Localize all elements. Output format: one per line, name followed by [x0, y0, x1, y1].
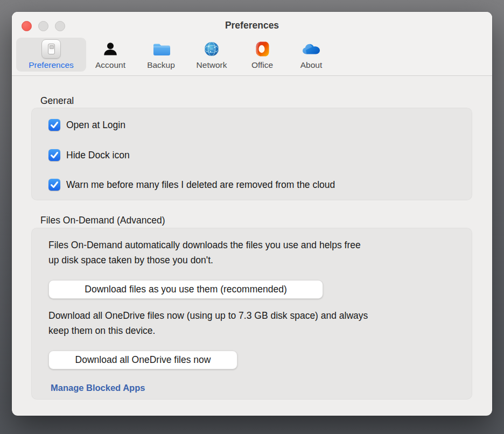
- tab-network[interactable]: Network: [185, 38, 239, 72]
- tab-account-label: Account: [95, 60, 125, 70]
- download-as-used-button[interactable]: Download files as you use them (recommen…: [48, 280, 323, 299]
- office-icon: [255, 38, 270, 60]
- open-at-login-checkbox[interactable]: [48, 119, 60, 131]
- tab-preferences-label: Preferences: [29, 60, 74, 70]
- tab-preferences[interactable]: Preferences: [16, 38, 86, 72]
- general-heading: General: [40, 95, 74, 107]
- tab-office[interactable]: Office: [241, 38, 284, 72]
- description-line-2: up disk space taken by those you don't.: [48, 253, 361, 268]
- files-on-demand-groupbox: Files On-Demand automatically downloads …: [31, 228, 472, 400]
- warn-delete-checkbox[interactable]: [48, 179, 60, 191]
- files-on-demand-heading: Files On-Demand (Advanced): [40, 215, 165, 226]
- onedrive-cloud-icon: [302, 38, 321, 60]
- titlebar-toolbar: Preferences Preferences Account: [12, 12, 492, 76]
- open-at-login-label: Open at Login: [66, 120, 125, 131]
- person-icon: [102, 38, 118, 60]
- hide-dock-icon-label: Hide Dock icon: [66, 150, 130, 161]
- hide-dock-icon-row[interactable]: Hide Dock icon: [48, 149, 130, 161]
- open-at-login-row[interactable]: Open at Login: [48, 119, 125, 131]
- files-on-demand-description: Files On-Demand automatically downloads …: [48, 238, 361, 268]
- warn-delete-row[interactable]: Warn me before many files I deleted are …: [48, 179, 335, 191]
- tab-backup-label: Backup: [147, 60, 175, 70]
- tab-account[interactable]: Account: [89, 38, 132, 72]
- tab-office-label: Office: [251, 60, 273, 70]
- warn-delete-label: Warn me before many files I deleted are …: [66, 179, 335, 191]
- tab-about-label: About: [300, 60, 323, 70]
- hide-dock-icon-checkbox[interactable]: [48, 149, 60, 161]
- preferences-window: Preferences Preferences Account: [12, 12, 492, 416]
- preferences-switch-icon: [41, 38, 61, 60]
- window-title: Preferences: [12, 20, 492, 31]
- globe-icon: [204, 38, 220, 60]
- tab-backup[interactable]: Backup: [139, 38, 183, 72]
- manage-blocked-apps-link[interactable]: Manage Blocked Apps: [51, 383, 145, 393]
- download-all-line-1: Download all OneDrive files now (using u…: [48, 309, 368, 324]
- download-all-description: Download all OneDrive files now (using u…: [48, 309, 368, 338]
- download-all-line-2: keep them on this device.: [48, 324, 368, 339]
- general-groupbox: Open at Login Hide Dock icon Warn me bef…: [31, 108, 472, 200]
- download-all-button[interactable]: Download all OneDrive files now: [48, 351, 237, 369]
- tab-about[interactable]: About: [290, 38, 333, 72]
- tab-network-label: Network: [197, 60, 227, 70]
- folder-icon: [152, 38, 170, 60]
- description-line-1: Files On-Demand automatically downloads …: [48, 238, 361, 253]
